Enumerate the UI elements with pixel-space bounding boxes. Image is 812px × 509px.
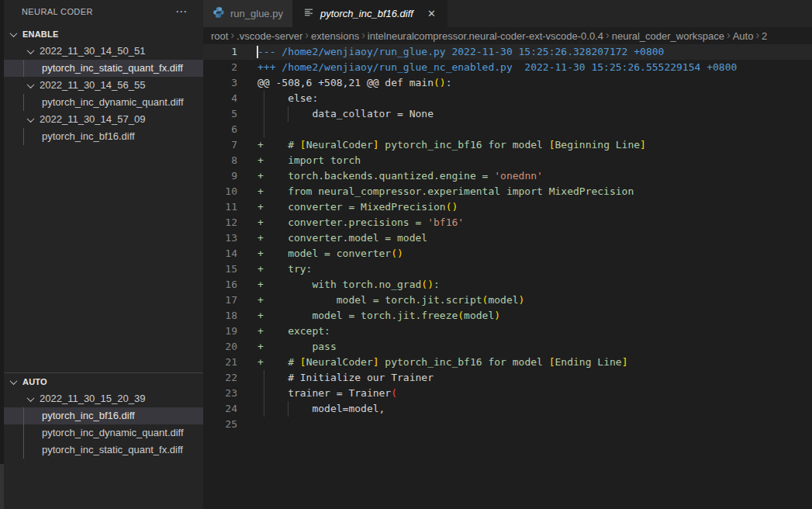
editor-area: run_glue.pypytorch_inc_bf16.diff✕ root›.… [203, 0, 812, 509]
text-cursor [257, 46, 258, 58]
line-content: + converter.precisions = 'bf16' [256, 215, 812, 230]
line-content: + pass [256, 339, 812, 355]
line-content: + converter.model = model [256, 230, 812, 246]
line-content: # Initialize our Trainer [256, 370, 812, 386]
code-line[interactable]: 14+ model = converter() [203, 246, 812, 261]
code-line[interactable]: 9+ torch.backends.quantized.engine = 'on… [203, 168, 812, 184]
line-content: + model = torch.jit.freeze(model) [256, 308, 812, 324]
file-label: pytorch_inc_bf16.diff [42, 407, 135, 424]
line-content: @@ -508,6 +508,21 @@ def main(): [256, 75, 812, 91]
line-content [256, 122, 812, 137]
tree-section-auto: AUTO2022_11_30_15_20_39pytorch_inc_bf16.… [4, 372, 203, 459]
code-line[interactable]: 21+ # [NeuralCoder] pytorch_inc_bf16 for… [203, 355, 812, 370]
breadcrumb-separator-icon: › [755, 29, 759, 41]
breadcrumb-item[interactable]: intelneuralcompressor.neural-coder-ext-v… [368, 30, 603, 42]
code-line[interactable]: 12+ converter.precisions = 'bf16' [203, 215, 812, 230]
tree-file[interactable]: pytorch_inc_dynamic_quant.diff [4, 424, 203, 441]
tree-file[interactable]: pytorch_inc_static_quant_fx.diff [4, 60, 203, 77]
code-line[interactable]: 25 [203, 417, 812, 432]
indent-guide [288, 401, 289, 417]
file-label: pytorch_inc_bf16.diff [42, 128, 135, 145]
folder-children: pytorch_inc_bf16.diffpytorch_inc_dynamic… [4, 407, 203, 459]
line-content: + try: [256, 261, 812, 277]
code-line[interactable]: 5 data_collator = None [203, 106, 812, 122]
indent-guide [264, 401, 264, 417]
tree-section-enable: ENABLE2022_11_30_14_50_51pytorch_inc_sta… [4, 26, 203, 145]
breadcrumb-separator-icon: › [727, 29, 731, 41]
file-label: pytorch_inc_static_quant_fx.diff [42, 60, 183, 77]
line-content: + converter = MixedPrecision() [256, 199, 812, 215]
code-line[interactable]: 18+ model = torch.jit.freeze(model) [203, 308, 812, 324]
tree-file[interactable]: pytorch_inc_dynamic_quant.diff [4, 94, 203, 111]
code-line[interactable]: 2+++ /home2/wenjiaoy/run_glue_nc_enabled… [203, 60, 812, 75]
code-line[interactable]: 13+ converter.model = model [203, 230, 812, 246]
file-label: pytorch_inc_dynamic_quant.diff [42, 424, 184, 441]
left-rail-bottom-segment [0, 464, 4, 509]
indent-guide [264, 91, 264, 106]
tab-run_glue-py[interactable]: run_glue.py [203, 0, 293, 27]
code-line[interactable]: 3@@ -508,6 +508,21 @@ def main(): [203, 75, 812, 91]
line-content: + except: [256, 324, 812, 339]
breadcrumb-item[interactable]: .vscode-server [237, 30, 302, 42]
section-header-enable[interactable]: ENABLE [4, 26, 203, 43]
tab-bar-empty-space [447, 0, 812, 27]
section-header-auto[interactable]: AUTO [4, 373, 203, 390]
folder-label: 2022_11_30_15_20_39 [40, 390, 145, 407]
line-number: 19 [203, 324, 256, 339]
code-line[interactable]: 4 else: [203, 91, 812, 106]
code-line[interactable]: 6 [203, 122, 812, 137]
code-line[interactable]: 17+ model = torch.jit.script(model) [203, 293, 812, 308]
breadcrumb-item[interactable]: neural_coder_workspace [612, 30, 724, 42]
tree-folder[interactable]: 2022_11_30_15_20_39 [4, 390, 203, 407]
section-label: AUTO [22, 373, 47, 390]
code-line[interactable]: 24 model=model, [203, 401, 812, 417]
code-line[interactable]: 7+ # [NeuralCoder] pytorch_inc_bf16 for … [203, 137, 812, 153]
line-number: 15 [203, 261, 256, 277]
breadcrumb-item[interactable]: 2 [762, 30, 767, 42]
tree-folder[interactable]: 2022_11_30_14_57_09 [4, 111, 203, 128]
code-line[interactable]: 8+ import torch [203, 153, 812, 168]
line-content: data_collator = None [256, 106, 812, 122]
tree-file[interactable]: pytorch_inc_bf16.diff [4, 407, 203, 424]
code-line[interactable]: 10+ from neural_compressor.experimental … [203, 184, 812, 199]
tree-file[interactable]: pytorch_inc_static_quant_fx.diff [4, 441, 203, 459]
tree-indent-guide [23, 94, 24, 111]
tree-folder[interactable]: 2022_11_30_14_50_51 [4, 43, 203, 60]
close-icon[interactable]: ✕ [426, 8, 437, 19]
line-number: 20 [203, 339, 256, 355]
tree-folder[interactable]: 2022_11_30_14_56_55 [4, 77, 203, 94]
tree-indent-guide [23, 407, 24, 459]
chevron-down-icon [10, 29, 18, 37]
code-line[interactable]: 1--- /home2/wenjiaoy/run_glue.py 2022-11… [203, 44, 812, 60]
tab-pytorch_inc_bf16-diff[interactable]: pytorch_inc_bf16.diff✕ [293, 0, 447, 27]
line-number: 25 [203, 417, 256, 432]
vscode-window: NEURAL CODER ⋯ ENABLE2022_11_30_14_50_51… [0, 0, 812, 509]
line-number: 1 [203, 44, 256, 60]
line-number: 6 [203, 122, 256, 137]
code-line[interactable]: 11+ converter = MixedPrecision() [203, 199, 812, 215]
breadcrumb-item[interactable]: extensions [311, 30, 359, 42]
tab-label: pytorch_inc_bf16.diff [320, 8, 413, 19]
line-number: 13 [203, 230, 256, 246]
code-line[interactable]: 15+ try: [203, 261, 812, 277]
more-actions-icon[interactable]: ⋯ [175, 8, 188, 16]
line-number: 11 [203, 199, 256, 215]
code-editor[interactable]: 1--- /home2/wenjiaoy/run_glue.py 2022-11… [203, 44, 812, 509]
breadcrumb-item[interactable]: root [211, 30, 228, 42]
line-number: 17 [203, 293, 256, 308]
chevron-down-icon [27, 394, 35, 402]
code-line[interactable]: 23 trainer = Trainer( [203, 386, 812, 401]
code-line[interactable]: 22 # Initialize our Trainer [203, 370, 812, 386]
line-number: 24 [203, 401, 256, 417]
code-line[interactable]: 20+ pass [203, 339, 812, 355]
tree-file[interactable]: pytorch_inc_bf16.diff [4, 128, 203, 145]
line-content: + # [NeuralCoder] pytorch_inc_bf16 for m… [256, 137, 812, 153]
folder-label: 2022_11_30_14_57_09 [40, 111, 145, 128]
line-number: 4 [203, 91, 256, 106]
indent-guide [264, 106, 264, 122]
code-line[interactable]: 19+ except: [203, 324, 812, 339]
code-line[interactable]: 16+ with torch.no_grad(): [203, 277, 812, 293]
breadcrumb-item[interactable]: Auto [733, 30, 754, 42]
line-number: 18 [203, 308, 256, 324]
line-number: 10 [203, 184, 256, 199]
